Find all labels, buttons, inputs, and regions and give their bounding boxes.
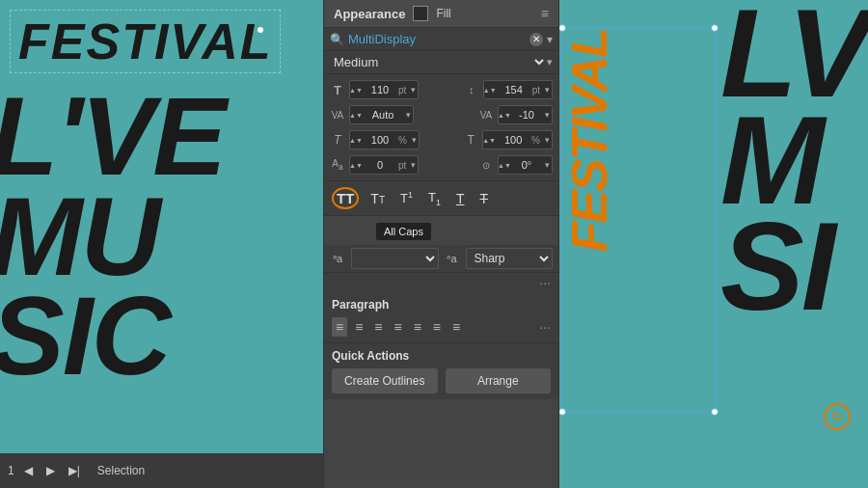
font-size-input-group: ▲▼ pt ▾ — [349, 80, 419, 99]
hscale-input-group: ▲▼ % ▾ — [349, 130, 420, 149]
style-row: Medium Bold Regular ▾ — [324, 51, 558, 74]
rotation-stepper[interactable]: ▲▼ — [499, 162, 510, 169]
font-size-stepper[interactable]: ▲▼ — [350, 87, 362, 94]
clear-font-button[interactable]: ✕ — [529, 33, 543, 46]
live-text-right: LVMSI — [720, 0, 868, 320]
antialiasing-select[interactable]: Sharp Crisp Strong Smooth — [466, 248, 554, 269]
font-size-icon: T — [330, 83, 345, 97]
tracking-dropdown[interactable]: ▾ — [404, 110, 413, 120]
quick-actions-section: Quick Actions Create Outlines Arrange — [324, 343, 558, 399]
baseline-rotation-row: Aa ▲▼ pt ▾ ⊙ ▲▼ ▾ — [330, 153, 553, 176]
options-icon[interactable]: ≡ — [541, 6, 549, 21]
text-style-row: TT TT T1 T1 T T All Caps — [324, 181, 558, 216]
canvas-right-inner: FESTIVAL LVMSI ↻ — [559, 0, 868, 488]
leading-input-group: ▲▼ pt ▾ — [483, 80, 553, 99]
all-caps-button[interactable]: TT — [332, 187, 359, 209]
kerning-dropdown[interactable]: ▾ — [543, 110, 552, 120]
align-right-button[interactable]: ≡ — [370, 317, 386, 337]
align-justify-right-button[interactable]: ≡ — [448, 317, 464, 337]
font-search-input[interactable] — [348, 32, 526, 46]
font-search-row: 🔍 ✕ ▾ — [324, 28, 558, 51]
hscale-input[interactable] — [362, 134, 398, 146]
bottom-bar: 1 ◀ ▶ ▶| Selection — [0, 453, 323, 488]
font-size-input[interactable] — [362, 84, 398, 95]
style-chevron-icon: ▾ — [547, 56, 553, 68]
underline-button[interactable]: T — [452, 189, 469, 208]
leading-dropdown[interactable]: ▾ — [543, 85, 552, 95]
hscale-unit: % — [398, 135, 410, 146]
quick-actions-title: Quick Actions — [332, 349, 551, 363]
arrange-button[interactable]: Arrange — [446, 368, 552, 393]
prev-page-button[interactable]: ◀ — [20, 462, 37, 479]
rotation-input-group: ▲▼ ▾ — [498, 155, 553, 175]
rotation-icon: ↻ — [831, 409, 843, 424]
leading-stepper[interactable]: ▲▼ — [484, 87, 496, 94]
festival-vertical-text: FESTIVAL — [564, 29, 614, 252]
live-music-text: L'VEMUSIC — [0, 87, 225, 387]
align-justify-center-button[interactable]: ≡ — [429, 317, 445, 337]
fill-swatch[interactable] — [413, 6, 428, 21]
rotation-dropdown[interactable]: ▾ — [543, 160, 552, 170]
paragraph-title: Paragraph — [332, 298, 551, 312]
fill-label: Fill — [436, 7, 450, 20]
align-center-button[interactable]: ≡ — [351, 317, 366, 337]
paragraph-align-row: ≡ ≡ ≡ ≡ ≡ ≡ ≡ ··· — [332, 317, 551, 337]
create-outlines-button[interactable]: Create Outlines — [332, 368, 438, 393]
vscale-input-group: ▲▼ % ▾ — [482, 130, 553, 149]
page-number: 1 — [8, 464, 14, 477]
selection-dot — [258, 27, 263, 33]
baseline-stepper[interactable]: ▲▼ — [350, 162, 362, 169]
kerning-input[interactable] — [510, 109, 543, 121]
festival-text-left: FESTIVAL — [10, 10, 281, 73]
ligatures-select[interactable] — [351, 248, 439, 269]
ligatures-label: ᵃa — [330, 253, 345, 265]
kerning-icon: VA — [478, 110, 494, 121]
more-options-dots[interactable]: ··· — [324, 273, 558, 292]
align-justify-left-button[interactable]: ≡ — [410, 317, 425, 337]
play-button[interactable]: ▶ — [42, 462, 59, 479]
subscript-button[interactable]: T1 — [424, 188, 445, 209]
baseline-dropdown[interactable]: ▾ — [409, 160, 418, 170]
typography-controls: T ▲▼ pt ▾ ↕ ▲▼ pt ▾ VA ▲▼ ▾ — [324, 74, 558, 181]
baseline-icon: Aa — [330, 158, 345, 172]
kerning-input-group: ▲▼ ▾ — [498, 105, 553, 124]
handle-br — [711, 408, 719, 416]
rotation-input[interactable] — [510, 159, 543, 171]
rotation-handle[interactable]: ↻ — [824, 403, 851, 430]
tracking-stepper[interactable]: ▲▼ — [350, 112, 362, 119]
align-justify-button[interactable]: ≡ — [391, 317, 406, 337]
strikethrough-button[interactable]: T — [476, 189, 493, 208]
paragraph-section: Paragraph ≡ ≡ ≡ ≡ ≡ ≡ ≡ ··· — [324, 292, 558, 343]
paragraph-more-dots[interactable]: ··· — [539, 319, 551, 335]
quick-actions-buttons: Create Outlines Arrange — [332, 368, 551, 393]
tracking-icon: VA — [330, 110, 345, 121]
next-page-button[interactable]: ▶| — [65, 462, 84, 479]
all-caps-tooltip: All Caps — [376, 223, 431, 240]
vscale-input[interactable] — [495, 134, 531, 146]
hscale-dropdown[interactable]: ▾ — [410, 135, 419, 145]
font-size-dropdown[interactable]: ▾ — [409, 85, 418, 95]
canvas-left: FESTIVAL L'VEMUSIC 1 ◀ ▶ ▶| Selection — [0, 0, 323, 488]
scale-row: T ▲▼ % ▾ T ▲▼ % ▾ — [330, 128, 553, 151]
align-left-button[interactable]: ≡ — [332, 317, 347, 337]
selection-mode-label: Selection — [97, 464, 145, 477]
hscale-stepper[interactable]: ▲▼ — [350, 137, 362, 144]
tracking-input-group: ▲▼ ▾ — [349, 105, 414, 124]
baseline-input-group: ▲▼ pt ▾ — [349, 155, 419, 175]
leading-unit: pt — [532, 85, 543, 95]
vscale-stepper[interactable]: ▲▼ — [483, 137, 495, 144]
font-style-select[interactable]: Medium Bold Regular — [330, 54, 547, 70]
size-leading-row: T ▲▼ pt ▾ ↕ ▲▼ pt ▾ — [330, 78, 553, 101]
superscript-button[interactable]: T1 — [396, 188, 417, 207]
font-dropdown-button[interactable]: ▾ — [547, 33, 553, 46]
baseline-input[interactable] — [362, 159, 398, 171]
character-panel: Appearance Fill ≡ 🔍 ✕ ▾ Medium Bold Regu… — [323, 0, 559, 488]
vscale-dropdown[interactable]: ▾ — [543, 135, 552, 145]
ligatures-antialiasing-row: ᵃa ᵃa Sharp Crisp Strong Smooth — [324, 245, 558, 273]
handle-tr — [711, 24, 719, 32]
small-caps-button[interactable]: TT — [366, 189, 389, 208]
antialiasing-label: ᵃa — [445, 253, 460, 265]
tracking-input[interactable] — [362, 109, 404, 121]
leading-input[interactable] — [496, 84, 532, 95]
kerning-stepper[interactable]: ▲▼ — [499, 112, 510, 119]
